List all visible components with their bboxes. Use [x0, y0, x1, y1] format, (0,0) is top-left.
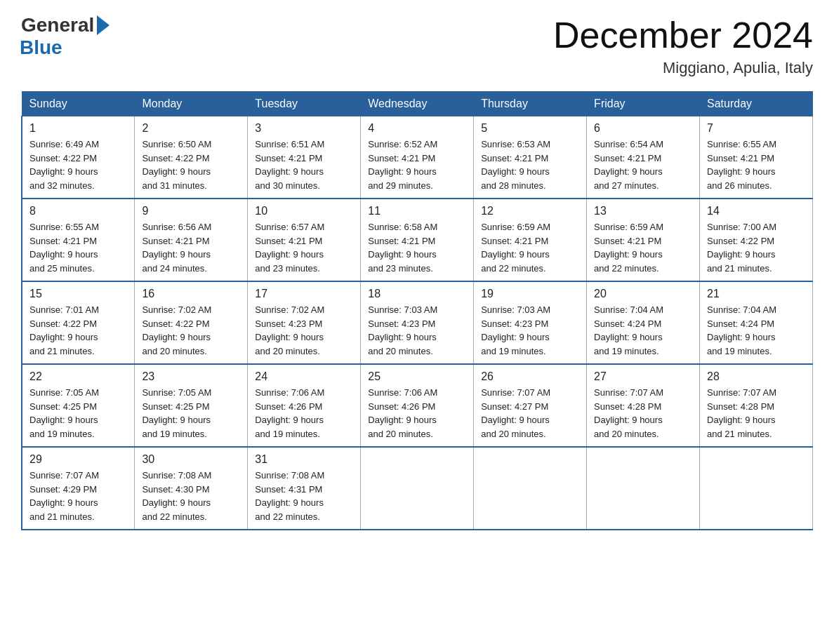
day-number: 19 — [481, 288, 579, 300]
day-number: 11 — [368, 205, 466, 217]
calendar-cell: 13Sunrise: 6:59 AMSunset: 4:21 PMDayligh… — [587, 199, 700, 281]
day-info: Sunrise: 6:53 AMSunset: 4:21 PMDaylight:… — [481, 137, 579, 192]
header-thursday: Thursday — [474, 92, 587, 116]
calendar-cell: 11Sunrise: 6:58 AMSunset: 4:21 PMDayligh… — [361, 199, 474, 281]
day-info: Sunrise: 6:57 AMSunset: 4:21 PMDaylight:… — [255, 220, 353, 275]
calendar-header: SundayMondayTuesdayWednesdayThursdayFrid… — [22, 92, 813, 116]
day-info: Sunrise: 6:50 AMSunset: 4:22 PMDaylight:… — [142, 137, 240, 192]
day-info: Sunrise: 7:01 AMSunset: 4:22 PMDaylight:… — [29, 303, 127, 358]
day-info: Sunrise: 6:51 AMSunset: 4:21 PMDaylight:… — [255, 137, 353, 192]
day-number: 29 — [29, 453, 127, 466]
day-number: 27 — [594, 370, 692, 383]
day-number: 17 — [255, 288, 353, 300]
header-row: SundayMondayTuesdayWednesdayThursdayFrid… — [22, 92, 813, 116]
day-info: Sunrise: 7:02 AMSunset: 4:23 PMDaylight:… — [255, 303, 353, 358]
day-info: Sunrise: 7:06 AMSunset: 4:26 PMDaylight:… — [255, 386, 353, 441]
day-info: Sunrise: 7:08 AMSunset: 4:30 PMDaylight:… — [142, 469, 240, 523]
header-sunday: Sunday — [22, 92, 135, 116]
day-number: 6 — [594, 122, 692, 135]
day-info: Sunrise: 6:59 AMSunset: 4:21 PMDaylight:… — [594, 220, 692, 275]
logo: General Blue — [21, 14, 110, 59]
day-number: 28 — [707, 370, 805, 383]
page-header: General Blue December 2024 Miggiano, Apu… — [21, 14, 813, 77]
calendar-cell: 28Sunrise: 7:07 AMSunset: 4:28 PMDayligh… — [700, 364, 813, 447]
day-number: 26 — [481, 370, 579, 383]
day-info: Sunrise: 6:52 AMSunset: 4:21 PMDaylight:… — [368, 137, 466, 192]
calendar-cell: 1Sunrise: 6:49 AMSunset: 4:22 PMDaylight… — [22, 116, 135, 199]
header-wednesday: Wednesday — [361, 92, 474, 116]
calendar-cell: 19Sunrise: 7:03 AMSunset: 4:23 PMDayligh… — [474, 281, 587, 364]
calendar-cell: 18Sunrise: 7:03 AMSunset: 4:23 PMDayligh… — [361, 281, 474, 364]
day-number: 7 — [707, 122, 805, 135]
calendar-cell: 20Sunrise: 7:04 AMSunset: 4:24 PMDayligh… — [587, 281, 700, 364]
day-info: Sunrise: 7:07 AMSunset: 4:29 PMDaylight:… — [29, 469, 127, 523]
day-info: Sunrise: 6:49 AMSunset: 4:22 PMDaylight:… — [29, 137, 127, 192]
day-info: Sunrise: 7:07 AMSunset: 4:27 PMDaylight:… — [481, 386, 579, 441]
day-number: 3 — [255, 122, 353, 135]
day-info: Sunrise: 7:02 AMSunset: 4:22 PMDaylight:… — [142, 303, 240, 358]
calendar-cell: 2Sunrise: 6:50 AMSunset: 4:22 PMDaylight… — [135, 116, 248, 199]
calendar-week-1: 1Sunrise: 6:49 AMSunset: 4:22 PMDaylight… — [22, 116, 813, 199]
day-number: 22 — [29, 370, 127, 383]
day-number: 10 — [255, 205, 353, 217]
title-section: December 2024 Miggiano, Apulia, Italy — [553, 14, 813, 77]
calendar-cell: 6Sunrise: 6:54 AMSunset: 4:21 PMDaylight… — [587, 116, 700, 199]
header-tuesday: Tuesday — [248, 92, 361, 116]
day-info: Sunrise: 7:05 AMSunset: 4:25 PMDaylight:… — [142, 386, 240, 441]
calendar-cell: 10Sunrise: 6:57 AMSunset: 4:21 PMDayligh… — [248, 199, 361, 281]
day-info: Sunrise: 6:59 AMSunset: 4:21 PMDaylight:… — [481, 220, 579, 275]
calendar-cell: 29Sunrise: 7:07 AMSunset: 4:29 PMDayligh… — [22, 447, 135, 530]
location: Miggiano, Apulia, Italy — [553, 59, 813, 77]
calendar-cell: 4Sunrise: 6:52 AMSunset: 4:21 PMDaylight… — [361, 116, 474, 199]
calendar-cell: 16Sunrise: 7:02 AMSunset: 4:22 PMDayligh… — [135, 281, 248, 364]
day-info: Sunrise: 7:07 AMSunset: 4:28 PMDaylight:… — [594, 386, 692, 441]
day-number: 20 — [594, 288, 692, 300]
calendar-week-3: 15Sunrise: 7:01 AMSunset: 4:22 PMDayligh… — [22, 281, 813, 364]
calendar-cell: 25Sunrise: 7:06 AMSunset: 4:26 PMDayligh… — [361, 364, 474, 447]
day-number: 12 — [481, 205, 579, 217]
month-title: December 2024 — [553, 14, 813, 56]
day-info: Sunrise: 7:03 AMSunset: 4:23 PMDaylight:… — [481, 303, 579, 358]
calendar-week-4: 22Sunrise: 7:05 AMSunset: 4:25 PMDayligh… — [22, 364, 813, 447]
calendar-cell: 26Sunrise: 7:07 AMSunset: 4:27 PMDayligh… — [474, 364, 587, 447]
header-monday: Monday — [135, 92, 248, 116]
day-info: Sunrise: 6:58 AMSunset: 4:21 PMDaylight:… — [368, 220, 466, 275]
day-info: Sunrise: 6:55 AMSunset: 4:21 PMDaylight:… — [29, 220, 127, 275]
day-info: Sunrise: 6:54 AMSunset: 4:21 PMDaylight:… — [594, 137, 692, 192]
calendar-cell: 12Sunrise: 6:59 AMSunset: 4:21 PMDayligh… — [474, 199, 587, 281]
calendar-cell: 27Sunrise: 7:07 AMSunset: 4:28 PMDayligh… — [587, 364, 700, 447]
calendar-cell: 9Sunrise: 6:56 AMSunset: 4:21 PMDaylight… — [135, 199, 248, 281]
calendar-week-2: 8Sunrise: 6:55 AMSunset: 4:21 PMDaylight… — [22, 199, 813, 281]
day-number: 23 — [142, 370, 240, 383]
header-friday: Friday — [587, 92, 700, 116]
day-number: 8 — [29, 205, 127, 217]
calendar-cell: 3Sunrise: 6:51 AMSunset: 4:21 PMDaylight… — [248, 116, 361, 199]
day-info: Sunrise: 7:00 AMSunset: 4:22 PMDaylight:… — [707, 220, 805, 275]
day-info: Sunrise: 7:06 AMSunset: 4:26 PMDaylight:… — [368, 386, 466, 441]
day-info: Sunrise: 7:08 AMSunset: 4:31 PMDaylight:… — [255, 469, 353, 523]
calendar-cell — [700, 447, 813, 530]
calendar-cell — [474, 447, 587, 530]
day-number: 15 — [29, 288, 127, 300]
day-number: 16 — [142, 288, 240, 300]
logo-blue-text: Blue — [20, 36, 62, 59]
day-number: 13 — [594, 205, 692, 217]
day-info: Sunrise: 7:04 AMSunset: 4:24 PMDaylight:… — [594, 303, 692, 358]
calendar-cell: 15Sunrise: 7:01 AMSunset: 4:22 PMDayligh… — [22, 281, 135, 364]
calendar-cell: 5Sunrise: 6:53 AMSunset: 4:21 PMDaylight… — [474, 116, 587, 199]
day-number: 4 — [368, 122, 466, 135]
calendar-cell: 22Sunrise: 7:05 AMSunset: 4:25 PMDayligh… — [22, 364, 135, 447]
calendar-week-5: 29Sunrise: 7:07 AMSunset: 4:29 PMDayligh… — [22, 447, 813, 530]
day-number: 31 — [255, 453, 353, 466]
day-info: Sunrise: 6:56 AMSunset: 4:21 PMDaylight:… — [142, 220, 240, 275]
logo-general-text: General — [21, 14, 94, 36]
calendar-cell: 23Sunrise: 7:05 AMSunset: 4:25 PMDayligh… — [135, 364, 248, 447]
day-number: 30 — [142, 453, 240, 466]
calendar-cell: 7Sunrise: 6:55 AMSunset: 4:21 PMDaylight… — [700, 116, 813, 199]
day-info: Sunrise: 6:55 AMSunset: 4:21 PMDaylight:… — [707, 137, 805, 192]
calendar-cell: 14Sunrise: 7:00 AMSunset: 4:22 PMDayligh… — [700, 199, 813, 281]
calendar-cell — [587, 447, 700, 530]
calendar-cell: 8Sunrise: 6:55 AMSunset: 4:21 PMDaylight… — [22, 199, 135, 281]
calendar-cell: 24Sunrise: 7:06 AMSunset: 4:26 PMDayligh… — [248, 364, 361, 447]
logo-arrow-icon — [97, 15, 110, 35]
